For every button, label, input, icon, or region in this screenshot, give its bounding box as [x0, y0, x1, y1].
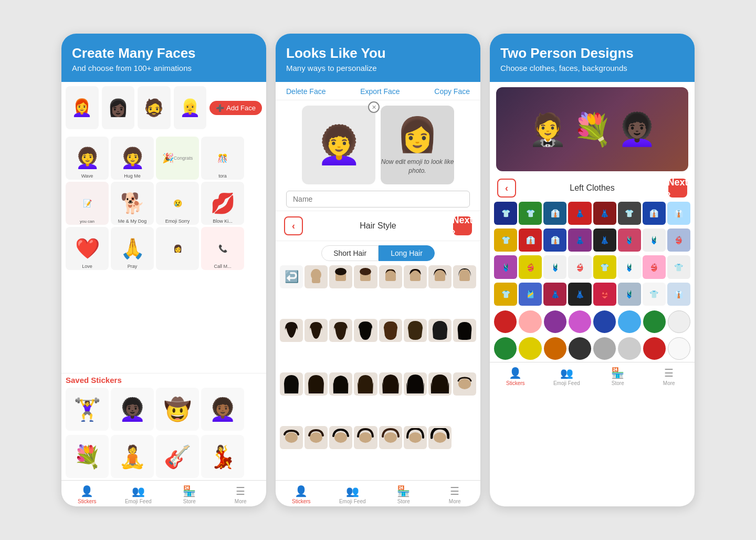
color-dot[interactable] — [668, 310, 690, 333]
face-item[interactable]: ❤️Love — [66, 227, 109, 270]
face-item[interactable]: 👩 — [156, 227, 199, 270]
clothes-item[interactable]: 🩱 — [618, 255, 641, 278]
copy-face-link[interactable]: Copy Face — [434, 87, 470, 96]
face-item[interactable]: 👩‍🦱Hug Me — [111, 137, 154, 180]
hair-style-item[interactable] — [329, 265, 352, 288]
next-button[interactable]: Next › — [453, 216, 472, 235]
face-item[interactable]: 👩🏿 — [102, 86, 135, 129]
hair-style-item[interactable] — [304, 372, 328, 396]
hair-style-item[interactable] — [280, 426, 303, 449]
sticker-item[interactable]: 💃 — [201, 435, 244, 478]
hair-style-item[interactable] — [354, 426, 377, 449]
hair-style-item[interactable] — [453, 372, 476, 396]
hair-style-item[interactable] — [379, 265, 402, 288]
clothes-item[interactable]: 👗 — [568, 283, 591, 306]
color-dot[interactable] — [544, 310, 566, 333]
face-item[interactable]: 😢Emoji Sorry — [156, 182, 199, 225]
color-dot[interactable] — [618, 310, 640, 333]
clothes-item[interactable]: 👔 — [643, 202, 666, 225]
sticker-item[interactable]: 🎸 — [156, 435, 199, 478]
tab-more-2[interactable]: ☰ More — [429, 485, 481, 504]
hair-style-item[interactable] — [379, 372, 402, 396]
long-hair-button[interactable]: Long Hair — [379, 245, 435, 261]
clothes-item[interactable]: 👙 — [593, 283, 616, 306]
clothes-item[interactable]: 👗 — [568, 229, 591, 252]
hair-rotate-icon[interactable]: ↩️ — [280, 265, 303, 288]
tab-emoji-feed-2[interactable]: 👥 Emoji Feed — [327, 485, 379, 504]
hair-style-item[interactable] — [329, 319, 352, 342]
hair-style-item[interactable] — [354, 265, 377, 288]
face-item[interactable]: 🎉Congrats — [156, 137, 199, 180]
hair-style-item[interactable] — [428, 426, 452, 449]
face-item[interactable]: 📞Call M... — [201, 227, 244, 270]
tab-store-2[interactable]: 🏪 Store — [378, 485, 429, 504]
color-dot[interactable] — [569, 337, 591, 360]
face-item[interactable]: 📝you can — [66, 182, 109, 225]
clothes-item[interactable]: 👕 — [494, 229, 517, 252]
sticker-item[interactable]: 🧘 — [111, 435, 154, 478]
hair-style-item[interactable] — [404, 426, 427, 449]
tab-stickers[interactable]: 👤 Stickers — [61, 485, 113, 504]
tab-more[interactable]: ☰ More — [215, 485, 267, 504]
sticker-item[interactable]: 👩🏾‍🦱 — [201, 388, 244, 431]
clothes-item[interactable]: 👙 — [519, 255, 542, 278]
tab-store-3[interactable]: 🏪 Store — [592, 367, 644, 386]
hair-style-item[interactable] — [453, 265, 476, 288]
clothes-item[interactable]: 👕 — [494, 202, 517, 225]
hair-style-item[interactable] — [404, 372, 427, 396]
sticker-item[interactable]: 👩🏿‍🦱 — [111, 388, 154, 431]
clothes-item[interactable]: 👗 — [568, 202, 591, 225]
tab-more-3[interactable]: ☰ More — [644, 367, 695, 386]
clothes-item[interactable]: 🩱 — [618, 283, 641, 306]
color-dot[interactable] — [668, 337, 690, 360]
hair-style-item[interactable] — [404, 265, 427, 288]
face-item[interactable]: 🎊tora — [201, 137, 244, 180]
name-input[interactable] — [286, 191, 470, 207]
face-item[interactable]: 👩‍🦱Wave — [66, 137, 109, 180]
tab-stickers-3[interactable]: 👤 Stickers — [490, 367, 541, 386]
face-item[interactable]: 💋Blow Ki... — [201, 182, 244, 225]
clothes-item[interactable]: 🩱 — [543, 255, 566, 278]
color-dot[interactable] — [643, 337, 666, 360]
hair-style-item[interactable] — [280, 372, 303, 396]
color-dot[interactable] — [593, 310, 616, 333]
tab-stickers-2[interactable]: 👤 Stickers — [276, 485, 327, 504]
clothes-item[interactable]: 👗 — [543, 283, 566, 306]
clothes-prev-button[interactable]: ‹ — [497, 179, 516, 198]
clothes-item[interactable]: 👕 — [643, 283, 666, 306]
tab-store[interactable]: 🏪 Store — [164, 485, 215, 504]
hair-style-item[interactable] — [428, 372, 452, 396]
face-item[interactable]: 👱‍♀️ — [174, 86, 207, 129]
face-item[interactable]: 👩‍🦰 — [66, 86, 99, 129]
clothes-item[interactable]: 👙 — [643, 255, 666, 278]
clothes-item[interactable]: 👔 — [667, 202, 690, 225]
clothes-item[interactable]: 👕 — [593, 255, 616, 278]
clothes-item[interactable]: 👕 — [519, 202, 542, 225]
hair-style-item[interactable] — [304, 319, 328, 342]
clothes-item[interactable]: 👗 — [593, 229, 616, 252]
clothes-item[interactable]: 👙 — [667, 229, 690, 252]
clothes-item[interactable]: 👕 — [667, 255, 690, 278]
color-dot[interactable] — [544, 337, 566, 360]
clothes-next-button[interactable]: Next › — [668, 179, 687, 198]
color-dot[interactable] — [618, 337, 640, 360]
face-item[interactable]: 🧔 — [138, 86, 171, 129]
face-item[interactable]: 🙏Pray — [111, 227, 154, 270]
clothes-item[interactable]: 👔 — [667, 283, 690, 306]
export-face-link[interactable]: Export Face — [360, 87, 400, 96]
hair-style-item[interactable] — [404, 319, 427, 342]
color-dot[interactable] — [519, 337, 541, 360]
short-hair-button[interactable]: Short Hair — [321, 245, 379, 261]
clothes-item[interactable]: 👔 — [519, 229, 542, 252]
hair-style-item[interactable] — [304, 265, 328, 288]
clothes-item[interactable]: 🎽 — [519, 283, 542, 306]
hair-style-item[interactable] — [329, 372, 352, 396]
hair-style-item[interactable] — [453, 319, 476, 342]
hair-style-item[interactable] — [379, 426, 402, 449]
color-dot[interactable] — [593, 337, 616, 360]
clothes-item[interactable]: 👕 — [494, 283, 517, 306]
add-face-button[interactable]: ➕ Add Face — [209, 101, 262, 115]
color-dot[interactable] — [494, 310, 517, 333]
delete-face-link[interactable]: Delete Face — [286, 87, 326, 96]
hair-style-item[interactable] — [354, 372, 377, 396]
